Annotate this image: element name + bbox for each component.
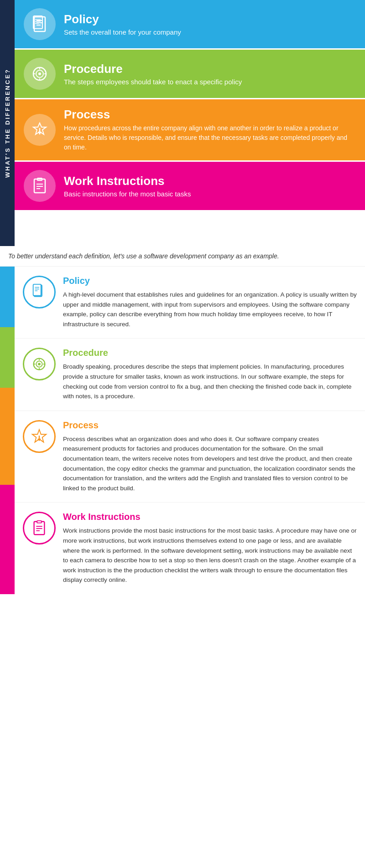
procedure-detail-text: Procedure Broadly speaking, procedures d… <box>63 348 357 401</box>
process-block-text: Process How procedures across the entire… <box>64 108 356 152</box>
work-instructions-detail-body: Work instructions provide the most basic… <box>63 526 357 585</box>
policy-detail: Policy A high-level document that establ… <box>15 267 365 339</box>
process-detail-text: Process Process describes what an organi… <box>63 420 357 493</box>
procedure-detail-icon-circle <box>23 348 56 380</box>
procedure-detail: Procedure Broadly speaking, procedures d… <box>15 339 365 411</box>
process-icon-circle <box>24 114 56 146</box>
process-subtitle: How procedures across the entire company… <box>64 123 356 152</box>
work-instructions-icon-circle <box>24 170 56 202</box>
process-icon <box>31 121 49 139</box>
svg-rect-39 <box>37 521 42 523</box>
policy-detail-body: A high-level document that establishes r… <box>63 290 357 329</box>
work-instructions-detail-title: Work Instructions <box>63 512 357 522</box>
work-instructions-subtitle: Basic instructions for the most basic ta… <box>64 190 191 198</box>
svg-rect-4 <box>33 16 42 29</box>
procedure-title: Procedure <box>64 62 242 76</box>
policy-icon-circle <box>24 8 56 40</box>
procedure-detail-body: Broadly speaking, procedures describe th… <box>63 362 357 401</box>
policy-title: Policy <box>64 12 181 26</box>
procedure-icon-circle <box>24 58 56 90</box>
work-instructions-detail: Work Instructions Work instructions prov… <box>15 503 365 594</box>
process-detail-title: Process <box>63 420 357 431</box>
process-title: Process <box>64 108 356 122</box>
policy-block: Policy Sets the overall tone for your co… <box>15 0 365 48</box>
procedure-block-text: Procedure The steps employees should tak… <box>64 62 242 86</box>
process-detail: Process Process describes what an organi… <box>15 411 365 503</box>
process-block: Process How procedures across the entire… <box>15 99 365 160</box>
policy-detail-text: Policy A high-level document that establ… <box>63 276 357 329</box>
work-instructions-block-text: Work Instructions Basic instructions for… <box>64 174 191 198</box>
detail-sidebar-pink <box>0 485 15 594</box>
work-instructions-block: Work Instructions Basic instructions for… <box>15 162 365 210</box>
policy-block-text: Policy Sets the overall tone for your co… <box>64 12 181 36</box>
policy-detail-title: Policy <box>63 276 357 286</box>
policy-subtitle: Sets the overall tone for your company <box>64 28 181 36</box>
detail-sidebar-green <box>0 327 15 388</box>
procedure-subtitle: The steps employees should take to enact… <box>64 78 242 86</box>
work-instructions-detail-icon-circle <box>23 512 56 544</box>
procedure-block: Procedure The steps employees should tak… <box>15 50 365 98</box>
process-detail-icon-circle <box>23 420 56 453</box>
detail-content: Policy A high-level document that establ… <box>15 267 365 594</box>
work-instructions-icon <box>31 177 49 195</box>
work-instructions-detail-icon <box>31 519 48 537</box>
procedure-detail-icon <box>31 355 48 373</box>
work-instructions-title: Work Instructions <box>64 174 191 188</box>
procedure-detail-title: Procedure <box>63 348 357 358</box>
process-detail-icon <box>31 428 48 445</box>
svg-point-30 <box>38 363 41 366</box>
intro-text: To better understand each definition, le… <box>0 246 365 267</box>
sidebar-label: WHAT'S THE DIFFERENCE? <box>0 0 15 246</box>
process-detail-body: Process describes what an organization d… <box>63 434 357 493</box>
svg-rect-24 <box>33 284 41 296</box>
detail-sidebar-orange <box>0 388 15 485</box>
policy-icon <box>31 15 49 33</box>
procedure-icon <box>31 65 49 83</box>
policy-detail-icon <box>31 283 48 301</box>
policy-detail-icon-circle <box>23 276 56 308</box>
work-instructions-detail-text: Work Instructions Work instructions prov… <box>63 512 357 585</box>
svg-point-10 <box>38 72 41 75</box>
detail-sidebar-blue <box>0 267 15 327</box>
